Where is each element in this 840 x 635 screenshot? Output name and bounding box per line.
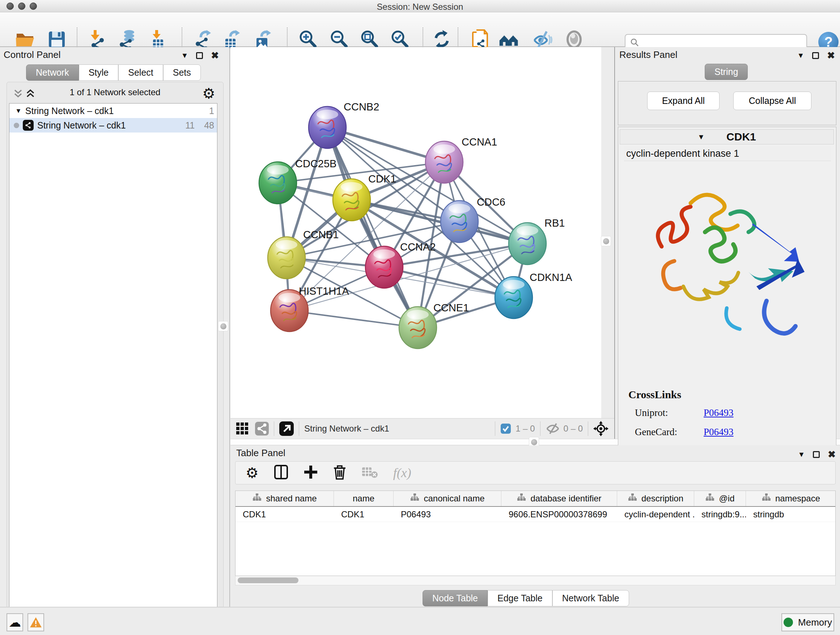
tab-network-table[interactable]: Network Table — [553, 590, 629, 606]
node-table-body: CDK1CDK1P064939606.ENSP00000378699cyclin… — [235, 507, 835, 522]
close-panel-icon[interactable]: ✖ — [828, 449, 836, 460]
toolbar-separator — [299, 421, 299, 436]
tree-expand-icon[interactable]: ▼ — [15, 107, 22, 115]
network-options-gear-icon[interactable]: ⚙ — [202, 85, 215, 102]
node-ccnb2[interactable]: CCNB2 — [309, 101, 379, 149]
float-panel-icon[interactable] — [812, 52, 819, 59]
edge[interactable] — [384, 267, 514, 298]
crosslink-label: GeneCard: — [635, 426, 704, 438]
network-collection-row[interactable]: ▼ String Network – cdk1 1 — [9, 103, 217, 118]
column-header--id[interactable]: @id — [694, 491, 746, 506]
crosslink-value-link[interactable]: P06493 — [704, 407, 734, 418]
close-panel-icon[interactable]: ✖ — [827, 50, 835, 61]
grid-view-icon[interactable] — [235, 422, 249, 435]
float-panel-icon[interactable] — [813, 451, 820, 458]
network-label: String Network – cdk1 — [37, 120, 126, 131]
node-hist1h1a[interactable]: HIST1H1A — [271, 285, 349, 332]
show-columns-icon[interactable] — [274, 464, 288, 481]
column-header-canonical-name[interactable]: canonical name — [393, 491, 501, 506]
table-cell[interactable]: CDK1 — [235, 507, 334, 522]
table-cell[interactable]: 9606.ENSP00000378699 — [501, 507, 617, 522]
left-splitter-handle[interactable] — [218, 321, 228, 331]
node-label: CDK1 — [368, 173, 396, 185]
crosslink-row: Uniprot:P06493 — [635, 407, 831, 418]
crosslink-row: GeneCard:P06493 — [635, 426, 831, 438]
control-panel-tabs: NetworkStyleSelectSets — [26, 65, 201, 81]
tab-select[interactable]: Select — [118, 65, 163, 81]
table-hscrollbar[interactable] — [235, 576, 836, 585]
function-builder-icon[interactable]: f(x) — [393, 465, 411, 480]
close-panel-icon[interactable]: ✖ — [211, 50, 219, 61]
network-share-view-icon[interactable] — [255, 422, 269, 435]
network-edge-count: 48 — [204, 120, 214, 131]
gene-section-header[interactable]: ▼ CDK1 — [620, 129, 834, 144]
table-row[interactable]: CDK1CDK1P064939606.ENSP00000378699cyclin… — [235, 507, 835, 522]
column-header-database-identifier[interactable]: database identifier — [501, 491, 617, 506]
cloud-button[interactable]: ☁ — [6, 613, 23, 631]
selected-checkbox-icon[interactable] — [500, 423, 511, 434]
network-canvas[interactable]: CCNB2CCNA1CDC25BCDK1CDC6RB1CCNB1CCNA2CDK… — [231, 47, 601, 418]
column-header-description[interactable]: description — [617, 491, 694, 506]
right-splitter-handle[interactable] — [601, 236, 611, 246]
node-label: RB1 — [545, 217, 565, 229]
status-bar: ☁ Memory — [0, 607, 840, 635]
tab-string[interactable]: String — [705, 64, 748, 80]
edge[interactable] — [327, 127, 418, 328]
right-gutter — [601, 47, 614, 418]
network-collection-count: 1 — [209, 106, 214, 116]
table-cell[interactable]: stringdb:9... — [694, 507, 746, 522]
tab-sets[interactable]: Sets — [163, 65, 201, 81]
table-settings-gear-icon[interactable]: ⚙ — [246, 464, 259, 481]
table-cell[interactable]: stringdb — [746, 507, 836, 522]
node-label: HIST1H1A — [299, 285, 349, 297]
tab-node-table[interactable]: Node Table — [423, 590, 488, 606]
toolbar-separator — [495, 421, 495, 436]
column-header-name[interactable]: name — [334, 491, 393, 506]
warnings-button[interactable] — [27, 613, 44, 631]
title-bar: Session: New Session — [0, 0, 840, 12]
collapse-all-button[interactable]: Collapse All — [733, 92, 812, 110]
tab-network[interactable]: Network — [26, 65, 79, 81]
gene-description: cyclin-dependent kinase 1 — [624, 147, 831, 161]
node-table: shared namenamecanonical namedatabase id… — [235, 491, 836, 576]
tab-edge-table[interactable]: Edge Table — [488, 590, 553, 606]
table-cell[interactable]: CDK1 — [334, 507, 393, 522]
delete-column-icon[interactable] — [333, 464, 346, 481]
node-ccna1[interactable]: CCNA1 — [425, 136, 497, 183]
protein-structure-image — [640, 171, 813, 352]
node-label: CCNE1 — [433, 302, 469, 314]
main-toolbar: ? — [0, 12, 840, 47]
panel-menu-icon[interactable]: ▼ — [797, 51, 804, 60]
add-column-icon[interactable] — [303, 465, 318, 481]
network-row[interactable]: String Network – cdk1 11 48 — [9, 118, 217, 133]
table-cell[interactable]: cyclin-dependent ... — [617, 507, 694, 522]
left-splitter[interactable] — [229, 47, 230, 607]
delete-table-icon[interactable] — [362, 466, 378, 480]
cloud-icon: ☁ — [9, 616, 21, 629]
hidden-eye-icon[interactable] — [546, 423, 560, 434]
memory-button[interactable]: Memory — [782, 613, 834, 631]
table-panel-controls: ▼ ✖ — [798, 449, 836, 460]
expand-all-button[interactable]: Expand All — [647, 92, 720, 110]
detach-view-icon[interactable] — [279, 421, 294, 436]
table-cell[interactable]: P06493 — [393, 507, 501, 522]
column-header-namespace[interactable]: namespace — [746, 491, 836, 506]
column-header-shared-name[interactable]: shared name — [235, 491, 334, 506]
section-collapse-icon[interactable]: ▼ — [698, 133, 705, 141]
node-ccnb1[interactable]: CCNB1 — [268, 229, 339, 279]
edge[interactable] — [289, 310, 418, 328]
float-panel-icon[interactable] — [196, 52, 203, 59]
panel-menu-icon[interactable]: ▼ — [798, 450, 805, 459]
table-hscrollbar-thumb[interactable] — [238, 578, 298, 583]
search-input[interactable] — [639, 37, 802, 48]
toolbar-separator — [274, 421, 274, 436]
tab-style[interactable]: Style — [79, 65, 118, 81]
network-browser: 1 of 1 Network selected ⚙ ▼ String Netwo… — [6, 82, 224, 635]
node-table-header: shared namenamecanonical namedatabase id… — [235, 491, 835, 507]
panel-menu-icon[interactable]: ▼ — [181, 51, 188, 60]
node-ccne1[interactable]: CCNE1 — [399, 302, 469, 348]
birds-eye-icon[interactable] — [593, 421, 608, 436]
node-cdkn1a[interactable]: CDKN1A — [495, 272, 572, 318]
crosslink-value-link[interactable]: P06493 — [704, 426, 734, 438]
node-rb1[interactable]: RB1 — [508, 217, 565, 264]
